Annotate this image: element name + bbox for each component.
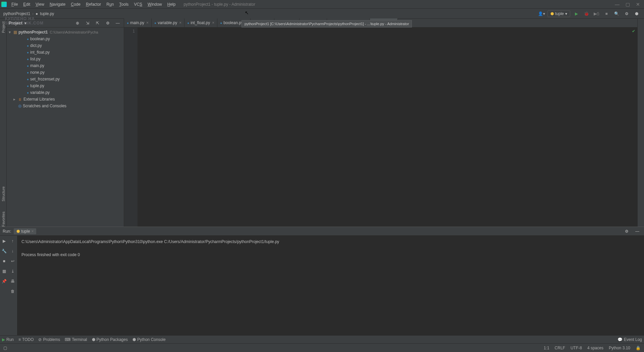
maximize-button[interactable]: ▢ — [626, 2, 630, 7]
expand-arrow-icon[interactable]: ▸ — [13, 97, 18, 102]
python-file-icon: ● — [27, 84, 29, 88]
menu-view[interactable]: View — [34, 1, 46, 7]
up-icon[interactable]: ↑ — [9, 238, 16, 244]
run-body: ▶ 🔧 ■ ▦ 📌 ↑ ↓ ↩ ⤓ 🖶 🗑 C:\Users\Administr… — [0, 236, 644, 343]
mouse-cursor: ↖ — [245, 10, 249, 15]
debug-button[interactable]: 🐞 — [582, 10, 590, 18]
menu-refactor[interactable]: Refactor — [84, 1, 103, 7]
close-button[interactable]: ✕ — [636, 2, 640, 7]
settings-icon[interactable]: ⚙ — [623, 10, 631, 18]
menu-file[interactable]: File — [9, 1, 20, 7]
bottom-tab-todo[interactable]: ≡TODO — [18, 337, 34, 342]
editor-tab[interactable]: ●int_float.py× — [184, 18, 217, 27]
bottom-tab-terminal[interactable]: ⌨Terminal — [65, 337, 87, 342]
scroll-to-end-icon[interactable]: ⤓ — [9, 268, 16, 275]
tree-file[interactable]: ●list.py — [7, 56, 124, 62]
status-interpreter[interactable]: Python 3.10 — [609, 346, 630, 350]
delete-icon[interactable]: 🗑 — [9, 288, 16, 295]
console-output[interactable]: C:\Users\Administrator\AppData\Local\Pro… — [17, 236, 644, 343]
close-icon[interactable]: × — [31, 229, 34, 234]
pin-icon[interactable]: 📌 — [1, 278, 7, 285]
stop-button[interactable]: ■ — [602, 10, 610, 18]
menu-code[interactable]: Code — [69, 1, 83, 7]
close-icon[interactable]: × — [179, 20, 181, 25]
ide-scripting-icon[interactable]: ⬢ — [633, 10, 641, 18]
tree-file[interactable]: ●set_frozenset.py — [7, 76, 124, 82]
status-line-sep[interactable]: CRLF — [555, 346, 565, 350]
chevron-down-icon[interactable]: ▾ — [24, 21, 26, 25]
run-tab[interactable]: ⬢ tuple × — [14, 228, 36, 234]
breadcrumb-project[interactable]: pythonProject1 — [3, 11, 30, 16]
python-file-icon: ● — [27, 64, 29, 68]
bottom-tab-problems[interactable]: ⊘Problems — [38, 337, 60, 342]
tree-file[interactable]: ●main.py — [7, 62, 124, 69]
bottom-tab-eventlog[interactable]: 💬Event Log — [618, 337, 642, 342]
problems-icon: ⊘ — [38, 337, 42, 342]
inspection-ok-icon[interactable]: ✔ — [632, 29, 635, 34]
print-icon[interactable]: 🖶 — [9, 278, 16, 285]
status-indent[interactable]: 4 spaces — [587, 346, 603, 350]
layout-icon[interactable]: ▦ — [1, 268, 7, 275]
file-label: main.py — [30, 63, 44, 68]
sidebar-tab-favorites[interactable]: Favorites — [1, 212, 5, 227]
tree-file[interactable]: ●variable.py — [7, 89, 124, 96]
title-tooltip: pythonProject1 [C:\Users\Administrator\P… — [241, 20, 412, 27]
menu-help[interactable]: Help — [165, 1, 178, 7]
down-icon[interactable]: ↓ — [9, 248, 16, 254]
editor-body[interactable]: 1 ✔ — [124, 27, 637, 227]
soft-wrap-icon[interactable]: ↩ — [9, 258, 16, 265]
console-line: Process finished with exit code 0 — [21, 252, 80, 257]
rerun-button[interactable]: ▶ — [1, 238, 7, 244]
tree-root[interactable]: ▾ ▩ pythonProject1 C:\Users\Administrato… — [7, 29, 124, 36]
status-window-icon[interactable]: ▢ — [3, 346, 7, 350]
coverage-button[interactable]: ▶⎙ — [592, 10, 600, 18]
minimize-button[interactable]: — — [615, 2, 620, 7]
lock-icon[interactable]: 🔒 — [636, 346, 641, 350]
tree-file[interactable]: ●int_float.py — [7, 49, 124, 56]
close-icon[interactable]: × — [146, 20, 149, 25]
search-icon[interactable]: 🔍 — [612, 10, 621, 18]
bottom-tab-run[interactable]: ▶Run — [2, 337, 14, 342]
tree-scratches[interactable]: ◎ Scratches and Consoles — [7, 103, 124, 109]
status-caret-pos[interactable]: 1:1 — [544, 346, 549, 350]
hide-icon[interactable]: — — [633, 227, 641, 235]
sidebar-tab-project[interactable]: Project — [1, 21, 5, 33]
run-config-selector[interactable]: ⬢ tuple ▾ — [547, 10, 570, 17]
menu-edit[interactable]: Edit — [21, 1, 32, 7]
editor-tab[interactable]: ●variable.py× — [152, 18, 184, 27]
tree-root-label: pythonProject1 — [18, 30, 48, 35]
project-tree: ▾ ▩ pythonProject1 C:\Users\Administrato… — [7, 27, 124, 227]
tree-file[interactable]: ●none.py — [7, 69, 124, 76]
bottom-tab-packages[interactable]: ⬢Python Packages — [92, 337, 128, 342]
sidebar-tab-structure[interactable]: Structure — [1, 186, 5, 201]
expand-arrow-icon[interactable]: ▾ — [9, 30, 13, 35]
hide-icon[interactable]: — — [114, 19, 122, 27]
code-area[interactable] — [138, 27, 637, 227]
gear-icon[interactable]: ⚙ — [623, 227, 631, 235]
stop-button[interactable]: ■ — [1, 258, 7, 265]
status-encoding[interactable]: UTF-8 — [571, 346, 582, 350]
tree-file[interactable]: ●boolean.py — [7, 36, 124, 42]
locate-icon[interactable]: ⊕ — [73, 19, 82, 27]
editor-tab[interactable]: ●main.py× — [124, 18, 152, 27]
menu-window[interactable]: Window — [146, 1, 164, 7]
menu-tools[interactable]: Tools — [117, 1, 130, 7]
run-button[interactable]: ▶ — [572, 10, 580, 18]
navigation-bar: pythonProject1 › ● tuple.py 👤▾ ⬢ tuple ▾… — [0, 9, 644, 19]
gear-icon[interactable]: ⚙ — [104, 19, 112, 27]
tree-file[interactable]: ●dict.py — [7, 42, 124, 49]
collapse-icon[interactable]: ⇱ — [94, 19, 102, 27]
user-icon[interactable]: 👤▾ — [538, 10, 545, 17]
bottom-tab-console[interactable]: ⬢Python Console — [132, 337, 166, 342]
menu-run[interactable]: Run — [104, 1, 116, 7]
project-header: Project ▾ ⊕ ⇲ ⇱ ⚙ — — [7, 19, 124, 27]
close-icon[interactable]: × — [212, 20, 214, 25]
expand-icon[interactable]: ⇲ — [84, 19, 92, 27]
tree-file[interactable]: ●tuple.py — [7, 82, 124, 89]
menu-navigate[interactable]: Navigate — [48, 1, 67, 7]
breadcrumb-file[interactable]: tuple.py — [40, 11, 54, 16]
python-file-icon: ● — [187, 21, 189, 25]
menu-vcs[interactable]: VCS — [132, 1, 144, 7]
tools-icon[interactable]: 🔧 — [1, 248, 7, 254]
tree-external-libs[interactable]: ▸ ⫼ External Libraries — [7, 96, 124, 103]
